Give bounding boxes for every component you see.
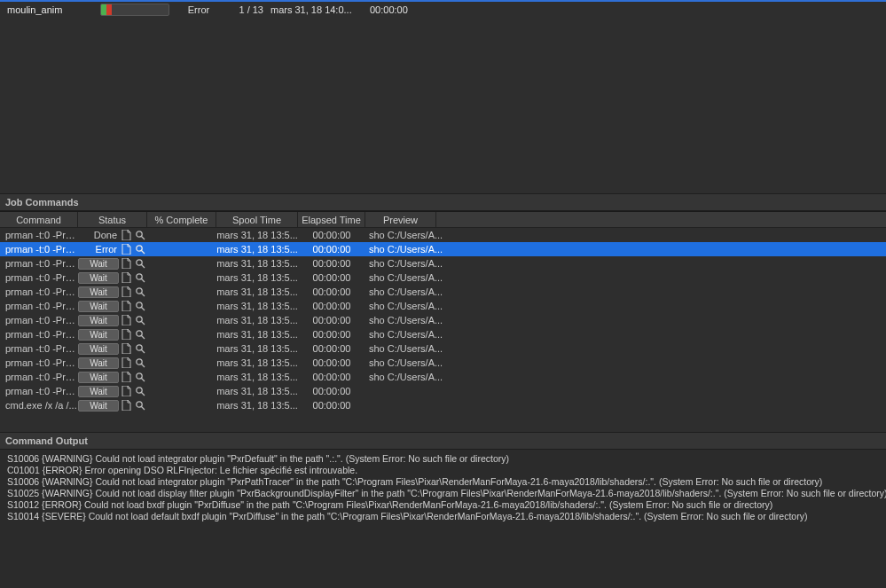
preview-cell: sho C:/Users/A... bbox=[365, 315, 886, 325]
svg-point-10 bbox=[136, 302, 141, 308]
log-icon[interactable] bbox=[121, 301, 132, 312]
command-row[interactable]: prman -t:0 -Pro...Waitmars 31, 18 13:5..… bbox=[0, 313, 886, 327]
command-row[interactable]: cmd.exe /x /a /...Waitmars 31, 18 13:5..… bbox=[0, 398, 886, 412]
command-row[interactable]: prman -t:0 -Pro...Waitmars 31, 18 13:5..… bbox=[0, 270, 886, 285]
svg-line-13 bbox=[141, 322, 145, 325]
svg-point-8 bbox=[136, 288, 141, 294]
status-text: Done bbox=[78, 230, 119, 240]
svg-line-17 bbox=[141, 350, 145, 354]
wait-button[interactable]: Wait bbox=[78, 315, 119, 326]
wait-button[interactable]: Wait bbox=[78, 329, 119, 341]
col-header-status[interactable]: Status bbox=[78, 212, 147, 227]
spool-cell: mars 31, 18 13:5... bbox=[216, 258, 298, 269]
command-output-panel[interactable]: S10006 {WARNING} Could not load integrat… bbox=[0, 450, 886, 588]
command-row[interactable]: prman -t:0 -Pro...Waitmars 31, 18 13:5..… bbox=[0, 384, 886, 398]
inspect-icon[interactable] bbox=[134, 258, 145, 270]
svg-line-5 bbox=[141, 265, 145, 269]
svg-line-3 bbox=[141, 251, 145, 255]
inspect-icon[interactable] bbox=[134, 372, 145, 383]
log-icon[interactable] bbox=[121, 400, 132, 412]
wait-button[interactable]: Wait bbox=[78, 286, 119, 298]
command-row[interactable]: prman -t:0 -Pro...Waitmars 31, 18 13:5..… bbox=[0, 370, 886, 384]
elapsed-cell: 00:00:00 bbox=[298, 315, 365, 325]
log-icon[interactable] bbox=[121, 329, 132, 341]
command-cell: prman -t:0 -Pro... bbox=[0, 301, 78, 311]
log-icon[interactable] bbox=[121, 357, 132, 369]
inspect-icon[interactable] bbox=[134, 244, 145, 255]
wait-button[interactable]: Wait bbox=[78, 301, 119, 312]
wait-button[interactable]: Wait bbox=[78, 400, 119, 412]
status-cell: Wait bbox=[78, 301, 147, 312]
inspect-icon[interactable] bbox=[134, 386, 145, 397]
command-row[interactable]: prman -t:0 -Pro...Waitmars 31, 18 13:5..… bbox=[0, 356, 886, 370]
elapsed-cell: 00:00:00 bbox=[298, 244, 365, 255]
spool-cell: mars 31, 18 13:5... bbox=[216, 372, 298, 382]
panel-gap bbox=[0, 412, 886, 432]
commands-table-header: Command Status % Complete Spool Time Ela… bbox=[0, 212, 886, 228]
svg-point-16 bbox=[136, 345, 141, 350]
output-line: S10006 {WARNING} Could not load integrat… bbox=[7, 476, 879, 488]
status-cell: Wait bbox=[78, 357, 147, 369]
log-icon[interactable] bbox=[121, 386, 132, 397]
jobs-panel: moulin_anim Error 1 / 13 mars 31, 18 14:… bbox=[0, 0, 886, 193]
output-line: C01001 {ERROR} Error opening DSO RLFInje… bbox=[7, 465, 879, 476]
svg-point-20 bbox=[136, 373, 141, 379]
elapsed-cell: 00:00:00 bbox=[298, 329, 365, 340]
log-icon[interactable] bbox=[121, 230, 132, 241]
log-icon[interactable] bbox=[121, 244, 132, 255]
status-text: Error bbox=[78, 244, 119, 255]
inspect-icon[interactable] bbox=[134, 286, 145, 298]
command-row[interactable]: prman -t:0 -Pro...Donemars 31, 18 13:5..… bbox=[0, 228, 886, 242]
svg-point-18 bbox=[136, 359, 141, 365]
wait-button[interactable]: Wait bbox=[78, 372, 119, 383]
preview-cell: sho C:/Users/A... bbox=[365, 357, 886, 368]
inspect-icon[interactable] bbox=[134, 357, 145, 369]
wait-button[interactable]: Wait bbox=[78, 386, 119, 397]
wait-button[interactable]: Wait bbox=[78, 343, 119, 355]
job-progress-bar bbox=[100, 4, 169, 16]
log-icon[interactable] bbox=[121, 272, 132, 284]
svg-line-9 bbox=[141, 294, 145, 297]
command-cell: prman -t:0 -Pro... bbox=[0, 329, 78, 340]
command-row[interactable]: prman -t:0 -Pro...Errormars 31, 18 13:5.… bbox=[0, 242, 886, 256]
log-icon[interactable] bbox=[121, 372, 132, 383]
inspect-icon[interactable] bbox=[134, 315, 145, 326]
inspect-icon[interactable] bbox=[134, 301, 145, 312]
command-cell: prman -t:0 -Pro... bbox=[0, 286, 78, 297]
svg-point-14 bbox=[136, 331, 141, 336]
command-row[interactable]: prman -t:0 -Pro...Waitmars 31, 18 13:5..… bbox=[0, 341, 886, 356]
col-header-pct[interactable]: % Complete bbox=[147, 212, 216, 227]
command-row[interactable]: prman -t:0 -Pro...Waitmars 31, 18 13:5..… bbox=[0, 299, 886, 313]
command-row[interactable]: prman -t:0 -Pro...Waitmars 31, 18 13:5..… bbox=[0, 285, 886, 299]
status-cell: Wait bbox=[78, 286, 147, 298]
svg-point-4 bbox=[136, 260, 141, 265]
command-row[interactable]: prman -t:0 -Pro...Waitmars 31, 18 13:5..… bbox=[0, 327, 886, 341]
col-header-spool[interactable]: Spool Time bbox=[216, 212, 298, 227]
wait-button[interactable]: Wait bbox=[78, 258, 119, 270]
wait-button[interactable]: Wait bbox=[78, 357, 119, 369]
wait-button[interactable]: Wait bbox=[78, 272, 119, 284]
elapsed-cell: 00:00:00 bbox=[298, 230, 365, 240]
inspect-icon[interactable] bbox=[134, 272, 145, 284]
elapsed-cell: 00:00:00 bbox=[298, 286, 365, 297]
log-icon[interactable] bbox=[121, 315, 132, 326]
preview-cell: sho C:/Users/A... bbox=[365, 343, 886, 354]
inspect-icon[interactable] bbox=[134, 400, 145, 412]
status-cell: Wait bbox=[78, 258, 147, 270]
inspect-icon[interactable] bbox=[134, 230, 145, 241]
inspect-icon[interactable] bbox=[134, 329, 145, 341]
log-icon[interactable] bbox=[121, 286, 132, 298]
command-cell: prman -t:0 -Pro... bbox=[0, 315, 78, 325]
job-row[interactable]: moulin_anim Error 1 / 13 mars 31, 18 14:… bbox=[0, 2, 886, 18]
col-header-elapsed[interactable]: Elapsed Time bbox=[298, 212, 365, 227]
preview-cell: sho C:/Users/A... bbox=[365, 301, 886, 311]
inspect-icon[interactable] bbox=[134, 343, 145, 355]
svg-point-12 bbox=[136, 317, 141, 322]
log-icon[interactable] bbox=[121, 258, 132, 270]
preview-cell: sho C:/Users/A... bbox=[365, 329, 886, 340]
log-icon[interactable] bbox=[121, 343, 132, 355]
col-header-command[interactable]: Command bbox=[0, 212, 78, 227]
command-cell: prman -t:0 -Pro... bbox=[0, 244, 78, 255]
col-header-preview[interactable]: Preview bbox=[365, 212, 436, 227]
command-row[interactable]: prman -t:0 -Pro...Waitmars 31, 18 13:5..… bbox=[0, 256, 886, 270]
